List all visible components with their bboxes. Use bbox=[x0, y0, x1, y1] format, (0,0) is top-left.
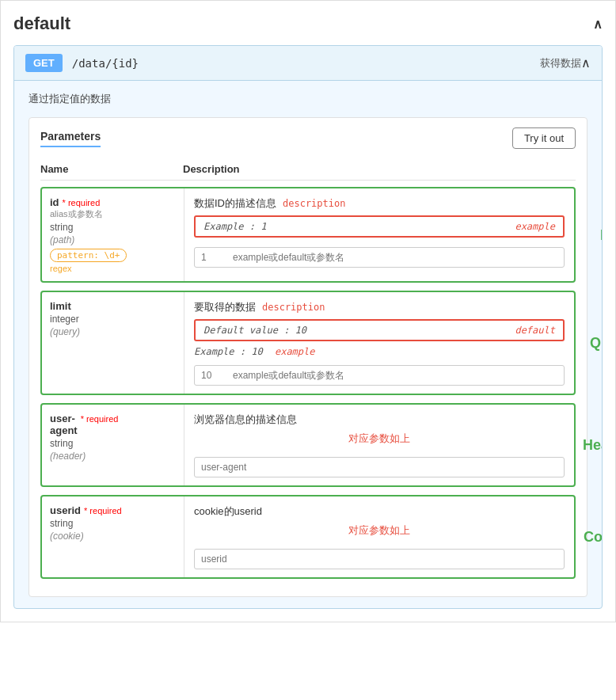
param-id-section-label: Path bbox=[600, 226, 603, 243]
param-id-name: id bbox=[50, 196, 59, 208]
param-useragent-location: (header) bbox=[50, 451, 176, 462]
param-id-regex: regex bbox=[50, 264, 176, 273]
endpoint-block: GET /data/{id} 获得数据 ∧ 通过指定值的数据 Parameter… bbox=[13, 45, 603, 609]
page-collapse-icon[interactable]: ∧ bbox=[593, 17, 603, 32]
param-id-location: (path) bbox=[50, 234, 176, 245]
param-limit-type: integer bbox=[50, 314, 176, 325]
method-badge: GET bbox=[25, 54, 63, 72]
param-limit-wrapper: limit integer (query) 要取得的数据 description bbox=[40, 291, 576, 395]
param-limit-name: limit bbox=[50, 300, 71, 312]
param-id-right: 数据ID的描述信息 description Example : 1 exampl… bbox=[184, 188, 574, 281]
param-limit-location: (query) bbox=[50, 326, 176, 337]
param-row-id: id * required alias或参数名 string (path) pa… bbox=[40, 187, 576, 283]
param-userid-required: * required bbox=[84, 506, 122, 515]
page-header: default ∧ bbox=[13, 13, 603, 34]
param-id-desc-annotation: description bbox=[283, 198, 345, 209]
param-limit-desc: 要取得的数据 bbox=[194, 300, 256, 314]
param-useragent-corresponding-hint: 对应参数如上 bbox=[194, 432, 565, 446]
endpoint-summary: 获得数据 bbox=[540, 56, 581, 70]
param-limit-desc-annotation: description bbox=[262, 302, 325, 313]
param-limit-default-box: Default value : 10 default bbox=[194, 319, 565, 341]
param-id-example-box: Example : 1 example bbox=[194, 215, 565, 238]
col-name-header: Name bbox=[40, 163, 183, 175]
page-container: default ∧ GET /data/{id} 获得数据 ∧ 通过指定值的数据… bbox=[0, 0, 616, 622]
params-header: Parameters Try it out bbox=[40, 127, 576, 149]
param-userid-location: (cookie) bbox=[50, 531, 176, 542]
param-limit-section-label: Query bbox=[590, 335, 603, 352]
param-limit-example-annotation: example bbox=[275, 346, 315, 357]
param-id-desc: 数据ID的描述信息 bbox=[194, 196, 276, 211]
param-id-example-annotation: example bbox=[515, 221, 555, 232]
param-limit-default-annotation: default bbox=[515, 325, 555, 336]
param-useragent-left: user-agent * required string (header) bbox=[42, 405, 184, 485]
param-limit-example-label: Example : 10 bbox=[194, 346, 263, 357]
param-id-alias: alias或参数名 bbox=[50, 208, 176, 220]
param-userid-desc: cookie的userid bbox=[194, 504, 262, 519]
endpoint-path: /data/{id} bbox=[72, 57, 532, 70]
param-id-input[interactable] bbox=[194, 247, 565, 268]
try-it-out-button[interactable]: Try it out bbox=[512, 127, 576, 149]
param-limit-example-text: Example : 10 example bbox=[194, 346, 565, 357]
param-userid-name: userid bbox=[50, 504, 81, 516]
param-userid-left: userid * required string (cookie) bbox=[42, 496, 184, 577]
col-desc-header: Description bbox=[183, 163, 576, 175]
param-id-type: string bbox=[50, 222, 176, 233]
param-useragent-desc: 浏览器信息的描述信息 bbox=[194, 413, 297, 427]
param-userid-right: cookie的userid 对应参数如上 bbox=[184, 496, 574, 577]
param-id-left: id * required alias或参数名 string (path) pa… bbox=[42, 188, 184, 281]
params-title: Parameters bbox=[40, 130, 101, 147]
param-row-limit: limit integer (query) 要取得的数据 description bbox=[40, 291, 576, 395]
param-row-userid: userid * required string (cookie) cookie… bbox=[40, 495, 576, 579]
param-useragent-right: 浏览器信息的描述信息 对应参数如上 bbox=[184, 405, 574, 485]
endpoint-description: 通过指定值的数据 bbox=[29, 92, 587, 106]
param-id-pattern: pattern: \d+ bbox=[50, 249, 127, 262]
param-useragent-wrapper: user-agent * required string (header) 浏览… bbox=[40, 403, 576, 487]
param-id-example-label: Example : 1 bbox=[203, 221, 266, 232]
param-useragent-type: string bbox=[50, 438, 176, 449]
endpoint-collapse-icon[interactable]: ∧ bbox=[581, 55, 591, 70]
param-limit-left: limit integer (query) bbox=[42, 292, 184, 394]
param-userid-wrapper: userid * required string (cookie) cookie… bbox=[40, 495, 576, 579]
param-useragent-section-label: Header bbox=[583, 437, 603, 454]
params-table-header: Name Description bbox=[40, 158, 576, 181]
param-useragent-input[interactable] bbox=[194, 457, 565, 477]
param-id-required: * required bbox=[63, 198, 101, 207]
param-userid-corresponding-hint: 对应参数如上 bbox=[194, 523, 565, 538]
params-section: Parameters Try it out Name Description i… bbox=[29, 117, 587, 597]
param-id-wrapper: id * required alias或参数名 string (path) pa… bbox=[40, 187, 576, 283]
param-limit-input[interactable] bbox=[194, 365, 565, 386]
param-limit-default-label: Default value : 10 bbox=[203, 325, 306, 336]
param-row-useragent: user-agent * required string (header) 浏览… bbox=[40, 403, 576, 487]
param-limit-right: 要取得的数据 description Default value : 10 de… bbox=[184, 292, 574, 394]
endpoint-body: 通过指定值的数据 Parameters Try it out Name Desc… bbox=[14, 81, 602, 608]
page-title: default bbox=[13, 13, 70, 34]
endpoint-header: GET /data/{id} 获得数据 ∧ bbox=[14, 46, 602, 81]
param-userid-input[interactable] bbox=[194, 549, 565, 569]
param-useragent-name: user-agent bbox=[50, 413, 78, 436]
param-userid-type: string bbox=[50, 518, 176, 529]
param-useragent-required: * required bbox=[81, 414, 119, 424]
param-userid-section-label: Cookie bbox=[584, 529, 603, 546]
